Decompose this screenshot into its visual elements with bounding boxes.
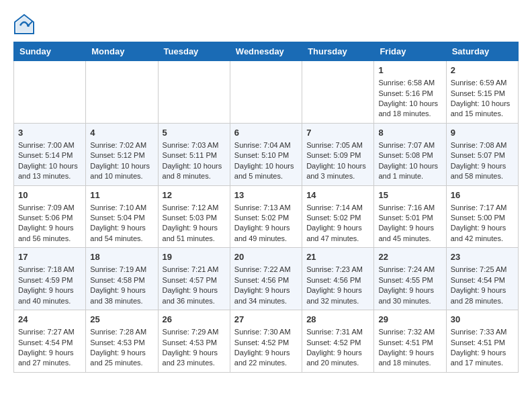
calendar-cell bbox=[14, 61, 86, 124]
day-number: 19 bbox=[163, 251, 226, 263]
calendar-cell: 22Sunrise: 7:24 AMSunset: 4:55 PMDayligh… bbox=[374, 248, 446, 310]
day-info: Daylight: 10 hours and 1 minute. bbox=[378, 161, 441, 182]
day-info: Sunset: 4:58 PM bbox=[90, 275, 153, 285]
day-number: 5 bbox=[163, 127, 226, 139]
calendar-cell: 11Sunrise: 7:10 AMSunset: 5:04 PMDayligh… bbox=[86, 185, 158, 248]
day-number: 20 bbox=[234, 251, 298, 263]
calendar-cell bbox=[158, 61, 230, 124]
day-info: Daylight: 10 hours and 8 minutes. bbox=[163, 161, 226, 182]
day-info: Sunrise: 7:00 AM bbox=[18, 140, 81, 150]
day-info: Sunrise: 7:23 AM bbox=[306, 265, 369, 275]
logo bbox=[13, 13, 38, 35]
day-info: Sunset: 5:03 PM bbox=[163, 213, 226, 223]
day-number: 12 bbox=[163, 189, 226, 201]
calendar-cell: 8Sunrise: 7:07 AMSunset: 5:08 PMDaylight… bbox=[374, 123, 446, 185]
calendar-cell: 27Sunrise: 7:30 AMSunset: 4:52 PMDayligh… bbox=[230, 310, 302, 373]
day-info: Sunset: 5:11 PM bbox=[163, 150, 226, 161]
calendar-cell: 28Sunrise: 7:31 AMSunset: 4:52 PMDayligh… bbox=[302, 310, 374, 373]
day-info: Sunrise: 7:19 AM bbox=[90, 265, 153, 275]
day-number: 30 bbox=[451, 314, 514, 326]
day-info: Sunset: 5:16 PM bbox=[378, 89, 441, 99]
day-info: Sunrise: 7:18 AM bbox=[18, 265, 81, 275]
day-info: Daylight: 9 hours and 40 minutes. bbox=[18, 285, 81, 306]
day-number: 22 bbox=[378, 251, 441, 263]
day-info: Sunset: 4:54 PM bbox=[451, 275, 514, 285]
calendar-cell: 6Sunrise: 7:04 AMSunset: 5:10 PMDaylight… bbox=[230, 123, 302, 185]
day-info: Daylight: 10 hours and 15 minutes. bbox=[451, 99, 514, 120]
day-info: Sunrise: 7:31 AM bbox=[306, 327, 369, 337]
calendar-cell: 18Sunrise: 7:19 AMSunset: 4:58 PMDayligh… bbox=[86, 248, 158, 310]
page-header bbox=[13, 13, 519, 35]
day-info: Sunrise: 7:21 AM bbox=[163, 265, 226, 275]
day-info: Sunset: 5:12 PM bbox=[90, 150, 153, 161]
day-info: Sunset: 5:14 PM bbox=[18, 150, 81, 161]
day-info: Sunrise: 7:24 AM bbox=[378, 265, 441, 275]
day-info: Sunrise: 7:08 AM bbox=[451, 140, 514, 150]
calendar-week-row: 17Sunrise: 7:18 AMSunset: 4:59 PMDayligh… bbox=[14, 248, 519, 310]
day-info: Sunset: 4:56 PM bbox=[234, 275, 298, 285]
day-number: 10 bbox=[18, 189, 81, 201]
day-info: Sunrise: 6:58 AM bbox=[378, 78, 441, 88]
day-info: Sunset: 5:04 PM bbox=[90, 213, 153, 223]
day-info: Daylight: 10 hours and 18 minutes. bbox=[378, 99, 441, 120]
day-info: Daylight: 9 hours and 18 minutes. bbox=[378, 348, 441, 369]
day-info: Sunrise: 7:07 AM bbox=[378, 140, 441, 150]
calendar-cell: 30Sunrise: 7:33 AMSunset: 4:51 PMDayligh… bbox=[446, 310, 518, 373]
day-number: 8 bbox=[378, 127, 441, 139]
day-header-friday: Friday bbox=[374, 42, 446, 61]
calendar-cell: 5Sunrise: 7:03 AMSunset: 5:11 PMDaylight… bbox=[158, 123, 230, 185]
calendar-cell: 24Sunrise: 7:27 AMSunset: 4:54 PMDayligh… bbox=[14, 310, 86, 373]
day-info: Sunset: 4:51 PM bbox=[451, 338, 514, 348]
day-info: Sunset: 5:06 PM bbox=[18, 213, 81, 223]
calendar-cell bbox=[86, 61, 158, 124]
day-number: 1 bbox=[378, 64, 441, 77]
day-info: Daylight: 9 hours and 58 minutes. bbox=[451, 161, 514, 182]
day-info: Daylight: 9 hours and 28 minutes. bbox=[451, 285, 514, 306]
calendar-cell: 3Sunrise: 7:00 AMSunset: 5:14 PMDaylight… bbox=[14, 123, 86, 185]
day-info: Sunrise: 7:28 AM bbox=[90, 327, 153, 337]
logo-icon bbox=[13, 13, 35, 35]
day-number: 14 bbox=[306, 189, 369, 201]
day-info: Sunrise: 7:10 AM bbox=[90, 203, 153, 213]
day-header-monday: Monday bbox=[86, 42, 158, 61]
day-info: Daylight: 9 hours and 30 minutes. bbox=[378, 285, 441, 306]
calendar-cell: 10Sunrise: 7:09 AMSunset: 5:06 PMDayligh… bbox=[14, 185, 86, 248]
calendar-cell: 25Sunrise: 7:28 AMSunset: 4:53 PMDayligh… bbox=[86, 310, 158, 373]
day-number: 17 bbox=[18, 251, 81, 263]
day-info: Daylight: 9 hours and 22 minutes. bbox=[234, 348, 298, 369]
day-info: Daylight: 10 hours and 13 minutes. bbox=[18, 161, 81, 182]
day-info: Sunset: 5:02 PM bbox=[306, 213, 369, 223]
day-info: Daylight: 9 hours and 51 minutes. bbox=[163, 223, 226, 244]
day-info: Daylight: 9 hours and 54 minutes. bbox=[90, 223, 153, 244]
day-info: Sunrise: 7:32 AM bbox=[378, 327, 441, 337]
calendar-cell: 19Sunrise: 7:21 AMSunset: 4:57 PMDayligh… bbox=[158, 248, 230, 310]
day-info: Sunset: 5:10 PM bbox=[234, 150, 298, 161]
day-number: 25 bbox=[90, 314, 153, 326]
day-number: 4 bbox=[90, 127, 153, 139]
day-info: Sunrise: 7:25 AM bbox=[451, 265, 514, 275]
day-number: 24 bbox=[18, 314, 81, 326]
day-info: Sunset: 4:52 PM bbox=[234, 338, 298, 348]
day-info: Daylight: 9 hours and 20 minutes. bbox=[306, 348, 369, 369]
day-info: Daylight: 9 hours and 38 minutes. bbox=[90, 285, 153, 306]
day-header-saturday: Saturday bbox=[446, 42, 518, 61]
day-number: 6 bbox=[234, 127, 298, 139]
day-info: Sunrise: 7:03 AM bbox=[163, 140, 226, 150]
day-info: Sunrise: 7:05 AM bbox=[306, 140, 369, 150]
calendar-table: SundayMondayTuesdayWednesdayThursdayFrid… bbox=[13, 42, 519, 373]
day-info: Sunrise: 7:04 AM bbox=[234, 140, 298, 150]
day-info: Sunrise: 7:29 AM bbox=[163, 327, 226, 337]
day-number: 13 bbox=[234, 189, 298, 201]
day-info: Sunrise: 7:09 AM bbox=[18, 203, 81, 213]
day-info: Daylight: 9 hours and 42 minutes. bbox=[451, 223, 514, 244]
day-info: Sunrise: 7:13 AM bbox=[234, 203, 298, 213]
day-info: Sunset: 4:52 PM bbox=[306, 338, 369, 348]
day-header-tuesday: Tuesday bbox=[158, 42, 230, 61]
day-number: 21 bbox=[306, 251, 369, 263]
day-info: Sunset: 5:00 PM bbox=[451, 213, 514, 223]
calendar-week-row: 1Sunrise: 6:58 AMSunset: 5:16 PMDaylight… bbox=[14, 61, 519, 124]
day-info: Sunset: 4:53 PM bbox=[163, 338, 226, 348]
calendar-cell: 7Sunrise: 7:05 AMSunset: 5:09 PMDaylight… bbox=[302, 123, 374, 185]
day-info: Sunrise: 7:22 AM bbox=[234, 265, 298, 275]
day-info: Sunrise: 7:02 AM bbox=[90, 140, 153, 150]
